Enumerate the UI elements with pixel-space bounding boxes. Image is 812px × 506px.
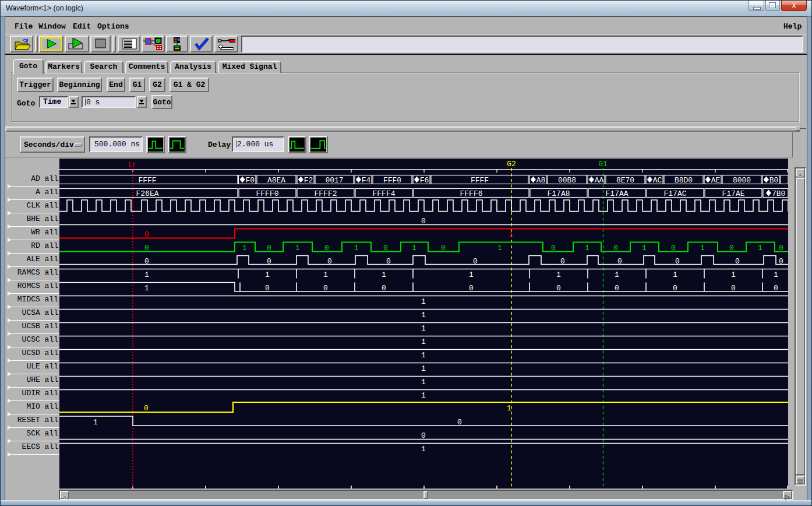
svg-text:0: 0 [324,244,329,252]
svg-text:AA: AA [595,176,604,185]
svg-text:0: 0 [673,284,677,293]
svg-text:1: 1 [421,351,426,360]
svg-text:0: 0 [556,284,561,293]
svg-text:1: 1 [144,284,149,293]
svg-text:1: 1 [144,270,149,279]
svg-text:FFF0: FFF0 [383,176,401,185]
svg-text:F17AA: F17AA [605,189,628,198]
svg-text:8000: 8000 [733,176,751,185]
svg-text:1: 1 [242,244,247,252]
svg-text:FFFF4: FFFF4 [372,189,395,198]
svg-text:0: 0 [617,257,622,266]
svg-text:0: 0 [144,257,149,266]
svg-text:0: 0 [144,404,149,413]
svg-text:1: 1 [421,297,426,306]
svg-text:1: 1 [758,244,762,252]
svg-text:0: 0 [421,217,426,226]
svg-text:1: 1 [421,378,426,386]
svg-text:0: 0 [144,244,149,252]
svg-text:1: 1 [642,244,647,252]
svg-text:0017: 0017 [325,176,343,185]
svg-text:1: 1 [421,364,426,373]
svg-text:0: 0 [560,257,565,266]
svg-text:0: 0 [382,284,386,293]
svg-text:0: 0 [265,284,270,293]
svg-text:FFFF6: FFFF6 [460,189,482,198]
svg-text:F4: F4 [362,176,371,185]
svg-text:FFFF: FFFF [471,176,489,185]
svg-text:1: 1 [469,270,474,279]
svg-text:0: 0 [327,257,332,266]
svg-text:1: 1 [421,311,426,319]
svg-text:AE: AE [711,176,721,185]
svg-text:0: 0 [613,244,618,252]
svg-text:0: 0 [551,244,556,252]
svg-text:0: 0 [675,257,680,266]
svg-text:0: 0 [671,244,676,252]
svg-text:F17A8: F17A8 [547,189,570,198]
svg-text:1: 1 [509,230,513,239]
svg-text:F26EA: F26EA [136,189,158,198]
svg-text:FFFF2: FFFF2 [314,189,337,198]
svg-text:1: 1 [412,244,416,252]
svg-text:0: 0 [469,284,474,293]
svg-text:0: 0 [323,284,328,293]
svg-text:1: 1 [497,244,502,252]
svg-text:1: 1 [731,270,736,279]
svg-text:0: 0 [421,431,426,440]
svg-text:0: 0 [774,284,778,293]
svg-text:F17AE: F17AE [722,189,744,198]
svg-text:0: 0 [386,257,391,266]
svg-text:1: 1 [421,324,426,333]
svg-text:00B8: 00B8 [558,176,576,185]
svg-text:0: 0 [441,244,446,252]
svg-text:0: 0 [267,257,271,266]
svg-text:A8: A8 [536,176,546,185]
svg-text:AC: AC [653,176,662,185]
svg-text:0: 0 [383,244,388,252]
svg-text:0: 0 [779,244,783,252]
svg-text:1: 1 [615,270,619,279]
svg-text:1: 1 [323,270,328,279]
svg-text:G1: G1 [598,160,608,168]
svg-text:B0: B0 [769,176,779,185]
svg-text:0: 0 [729,244,734,252]
svg-text:0: 0 [731,284,736,293]
svg-text:FFFF: FFFF [138,176,156,185]
svg-text:1: 1 [556,270,561,279]
svg-text:G2: G2 [507,160,516,168]
svg-text:1: 1 [507,404,511,413]
svg-text:1: 1 [354,244,359,252]
svg-text:1: 1 [382,270,386,279]
svg-text:0: 0 [267,244,271,252]
svg-text:8E70: 8E70 [616,176,634,185]
svg-text:1: 1 [700,244,705,252]
svg-text:1: 1 [774,270,778,279]
svg-text:F0: F0 [246,176,255,185]
svg-text:1: 1 [585,244,589,252]
svg-text:1: 1 [93,418,98,427]
svg-text:F2: F2 [304,176,313,185]
svg-text:0: 0 [735,257,740,266]
svg-text:A8EA: A8EA [267,176,285,185]
svg-text:1: 1 [421,445,426,454]
svg-text:1: 1 [421,391,426,400]
svg-text:F17AC: F17AC [663,189,686,198]
svg-text:7B0: 7B0 [772,189,785,198]
svg-text:0: 0 [457,418,462,427]
svg-text:1: 1 [265,270,270,279]
svg-text:B8D0: B8D0 [675,176,693,185]
svg-text:0: 0 [615,284,619,293]
svg-text:FFFF0: FFFF0 [256,189,278,198]
svg-text:F6: F6 [420,176,429,185]
svg-text:0: 0 [144,230,149,239]
svg-text:1: 1 [421,338,426,346]
svg-text:1: 1 [673,270,677,279]
svg-text:0: 0 [779,257,783,266]
svg-text:tr: tr [128,160,137,169]
svg-text:1: 1 [295,244,300,252]
svg-text:0: 0 [473,257,478,266]
